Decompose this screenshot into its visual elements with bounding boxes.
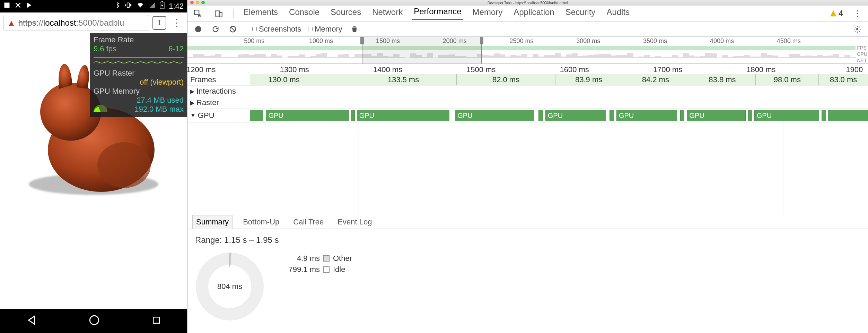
vibrate-icon: [124, 2, 132, 11]
gpu-block[interactable]: GPU: [754, 110, 819, 121]
overview-tick: 4000 ms: [710, 37, 734, 45]
expand-icon[interactable]: ▶: [190, 88, 194, 95]
interactions-track[interactable]: ▶Interactions: [187, 86, 868, 97]
collapse-icon[interactable]: ▼: [190, 112, 196, 119]
window-zoom-button[interactable]: [201, 1, 205, 4]
devtools-menu-button[interactable]: ⋮: [851, 7, 864, 20]
tab-audits[interactable]: Audits: [605, 7, 631, 20]
device-toolbar-button[interactable]: [212, 7, 225, 20]
warnings-badge[interactable]: 4: [830, 9, 843, 18]
perf-toolbar: Screenshots Memory: [187, 22, 868, 37]
frame-block[interactable]: 98.0 ms: [755, 74, 818, 85]
gpu-stub[interactable]: [538, 110, 543, 121]
gpu-raster-value: off (viewport): [140, 78, 184, 87]
inspect-element-button[interactable]: [192, 7, 204, 20]
frame-block[interactable]: 82.0 ms: [456, 74, 555, 85]
screenshots-checkbox[interactable]: Screenshots: [252, 25, 301, 34]
frame-block[interactable]: 133.5 ms: [350, 74, 456, 85]
traffic-lights[interactable]: [190, 1, 205, 4]
url-port: :5000: [76, 18, 97, 28]
gpu-stub[interactable]: [680, 110, 684, 121]
overview-tick: 4500 ms: [777, 37, 801, 45]
url-hostpre: ://: [36, 18, 43, 28]
gpu-stub[interactable]: [610, 110, 614, 121]
frame-block[interactable]: 83.0 ms: [818, 74, 868, 85]
gpu-stub[interactable]: [748, 110, 752, 121]
gpu-raster-title: GPU Raster: [94, 69, 184, 78]
gpu-block[interactable]: GPU: [266, 110, 349, 121]
nav-home-button[interactable]: [88, 314, 100, 327]
details-tab-bottom-up[interactable]: Bottom-Up: [239, 215, 283, 229]
expand-icon[interactable]: ▶: [190, 100, 194, 106]
fps-range: 6-12: [168, 44, 184, 53]
frame-block[interactable]: 130.0 ms: [250, 74, 318, 85]
url-input[interactable]: ▲ https://localhost:5000/badblu: [3, 15, 149, 31]
frame-block[interactable]: 83.9 ms: [555, 74, 622, 85]
picture-icon: [3, 2, 10, 11]
tab-security[interactable]: Security: [564, 7, 597, 20]
memory-checkbox[interactable]: Memory: [308, 25, 342, 34]
tab-console[interactable]: Console: [288, 7, 321, 20]
details-tab-call-tree[interactable]: Call Tree: [290, 215, 327, 229]
gpu-mem-used: 27.4 MB used: [137, 96, 184, 105]
gpu-stub[interactable]: [828, 110, 868, 121]
frame-block[interactable]: 83.8 ms: [689, 74, 756, 85]
overview-selection[interactable]: [362, 37, 482, 63]
tab-performance[interactable]: Performance: [412, 7, 463, 20]
details-tab-event-log[interactable]: Event Log: [334, 215, 375, 229]
gpu-stub[interactable]: [351, 110, 355, 121]
gpu-block[interactable]: GPU: [687, 110, 745, 121]
performance-overview[interactable]: 500 ms1000 ms1500 ms2000 ms2500 ms3000 m…: [187, 37, 868, 64]
interactions-label: Interactions: [196, 87, 236, 96]
gpu-track[interactable]: ▼GPU GPUGPUGPUGPUGPUGPUGPU: [187, 109, 868, 123]
details-tab-summary[interactable]: Summary: [192, 215, 233, 229]
perf-settings-button[interactable]: [852, 24, 862, 34]
fps-title: Frame Rate: [94, 35, 184, 44]
window-minimize-button[interactable]: [196, 1, 199, 4]
nav-back-button[interactable]: [26, 314, 37, 327]
garbage-collect-button[interactable]: [349, 24, 360, 34]
selection-handle-right[interactable]: [480, 37, 483, 44]
svg-point-15: [856, 28, 858, 30]
frame-block[interactable]: [318, 74, 350, 85]
tab-network[interactable]: Network: [371, 7, 404, 20]
flame-ruler: 1200 ms1300 ms1400 ms1500 ms1600 ms1700 …: [187, 64, 868, 74]
window-close-button[interactable]: [190, 1, 194, 4]
flame-ruler-tick: 1600 ms: [560, 65, 589, 74]
raster-track[interactable]: ▶Raster: [187, 97, 868, 109]
bluetooth-icon: [114, 2, 120, 11]
gpu-mem-title: GPU Memory: [94, 87, 184, 96]
clear-button[interactable]: [228, 24, 238, 34]
overview-tick: 500 ms: [244, 37, 264, 45]
url-proto: https: [18, 18, 36, 28]
wifi-icon: [136, 2, 144, 11]
selection-handle-left[interactable]: [360, 37, 364, 44]
gpu-block[interactable]: GPU: [357, 110, 450, 121]
gpu-block[interactable]: GPU: [616, 110, 677, 121]
tab-elements[interactable]: Elements: [242, 7, 279, 20]
gpu-block[interactable]: GPU: [545, 110, 606, 121]
android-statusbar: 1:42: [0, 0, 187, 12]
svg-rect-2: [161, 1, 163, 2]
tab-count-button[interactable]: 1: [152, 16, 166, 30]
record-button[interactable]: [193, 24, 203, 34]
reload-record-button[interactable]: [210, 24, 221, 34]
overview-tick: 2500 ms: [509, 37, 533, 45]
overview-tick: 3500 ms: [643, 37, 667, 45]
flamechart-area[interactable]: 1200 ms1300 ms1400 ms1500 ms1600 ms1700 …: [187, 64, 868, 215]
nav-recent-button[interactable]: [151, 315, 161, 327]
gpu-stub[interactable]: [822, 110, 826, 121]
tab-memory[interactable]: Memory: [471, 7, 504, 20]
frames-track[interactable]: Frames 130.0 ms133.5 ms82.0 ms83.9 ms84.…: [187, 74, 868, 86]
devtools-window: Developer Tools - https://localhost:5000…: [187, 0, 868, 333]
tab-application[interactable]: Application: [512, 7, 555, 20]
gpu-stub[interactable]: [250, 110, 263, 121]
svg-rect-9: [154, 317, 160, 323]
separator: [233, 9, 234, 18]
frame-block[interactable]: 84.2 ms: [622, 74, 689, 85]
tab-sources[interactable]: Sources: [329, 7, 362, 20]
gpu-block[interactable]: GPU: [455, 110, 534, 121]
chrome-menu-button[interactable]: ⋮: [170, 17, 184, 28]
frames-label-text: Frames: [190, 75, 216, 84]
flame-empty-area[interactable]: [187, 123, 868, 215]
